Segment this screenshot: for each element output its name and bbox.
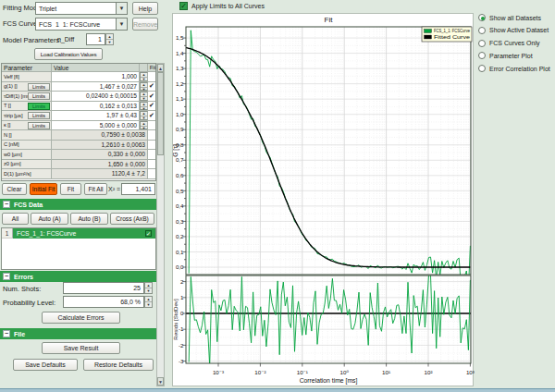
radio-label: Error Correlation Plot	[489, 66, 550, 72]
load-calibration-button[interactable]: Load Calibration Values	[34, 48, 103, 60]
param-spinner[interactable]: ▲▼	[140, 92, 148, 101]
param-spinner[interactable]: ▲▼	[140, 72, 148, 81]
scroll-up-icon[interactable]: ▲	[157, 64, 164, 72]
param-name: g(1) []Limits	[2, 82, 52, 92]
restore-defaults-button[interactable]: Restore Defaults	[83, 359, 154, 371]
remove-button[interactable]: Remove	[132, 18, 158, 31]
limits-button[interactable]: Limits	[28, 112, 50, 119]
apply-limits-checkbox[interactable]: ✓	[179, 2, 188, 10]
save-result-button[interactable]: Save Result	[42, 342, 120, 354]
parameter-table-header: Parameter Value Fit	[2, 64, 155, 72]
collapse-icon[interactable]: −	[3, 273, 10, 280]
param-spinner[interactable]: ▲▼	[140, 102, 148, 111]
scroll-down-icon[interactable]: ▼	[157, 377, 164, 386]
tick-label: 10⁻²	[254, 369, 265, 375]
left-panel-scrollbar[interactable]: ▲ ▼	[156, 63, 165, 386]
list-item-index: 1	[2, 228, 13, 239]
fcs-select-button-all[interactable]: All	[2, 213, 29, 225]
col-header-value: Value	[52, 64, 140, 71]
n-diff-field[interactable]: 1	[86, 33, 105, 45]
tick-label: 10⁻¹	[297, 369, 308, 375]
tick-label: 0,9	[176, 126, 184, 132]
collapse-icon[interactable]: −	[3, 201, 10, 208]
tick-label: 1,1	[176, 95, 184, 102]
table-row: N []0,7590 ± 0,0038	[2, 130, 155, 141]
tick-label: 10³	[466, 369, 475, 375]
radio-error-correlation-plot[interactable]: Error Correlation Plot	[478, 65, 550, 72]
radio-parameter-plot[interactable]: Parameter Plot	[478, 52, 533, 59]
calculate-errors-button[interactable]: Calculate Errors	[42, 312, 120, 324]
fitting-model-dropdown[interactable]: Triplet ▼	[35, 2, 128, 15]
fit-button[interactable]: Fit	[60, 183, 81, 195]
file-title: File	[14, 331, 25, 337]
param-value-cell[interactable]: 1,97 ± 0,43	[52, 111, 140, 120]
fit-checkbox	[148, 150, 155, 159]
limits-button[interactable]: Limits	[28, 122, 50, 129]
errors-title: Errors	[14, 274, 33, 280]
n-diff-stepper[interactable]: ▲▼	[105, 33, 114, 45]
radio-circle-icon[interactable]	[478, 52, 486, 59]
fit-checkbox	[148, 160, 155, 169]
clear-button[interactable]: Clear	[2, 183, 27, 195]
fit-checkbox[interactable]: ✔	[148, 102, 155, 111]
tick-label: 2	[180, 278, 184, 285]
save-defaults-button[interactable]: Save Defaults	[13, 359, 78, 371]
tick-label: -2	[179, 342, 184, 349]
table-row: Veff [fl]1,000▲▼	[2, 72, 155, 82]
radio-label: Show Active Dataset	[489, 27, 549, 33]
radio-circle-icon[interactable]	[478, 40, 486, 47]
limits-button[interactable]: Limits	[28, 103, 50, 110]
param-name: κ []Limits	[2, 121, 52, 130]
list-item[interactable]: 1FCS_1_1: FCSCurve✓	[2, 228, 155, 239]
radio-circle-icon[interactable]	[478, 65, 486, 72]
fit-checkbox[interactable]: ✔	[148, 111, 155, 120]
param-spinner[interactable]: ▲▼	[140, 111, 148, 120]
probability-level-field[interactable]: 68,0 %	[63, 296, 144, 308]
list-item-label[interactable]: FCS_1_1: FCSCurve✓	[13, 228, 155, 239]
tick-label: 10⁻³	[213, 369, 224, 375]
fit-checkbox[interactable]	[148, 121, 155, 130]
radio-circle-icon[interactable]	[478, 27, 486, 34]
initial-fit-button[interactable]: Initial Fit	[30, 183, 57, 195]
fit-all-button[interactable]: Fit All	[84, 183, 107, 195]
legend-label: FCS_1_1: FCSCurve	[434, 28, 470, 33]
tick-label: 0	[180, 310, 184, 316]
table-row: w0 [µm]0,330 ± 0,000	[2, 150, 155, 160]
limits-button[interactable]: Limits	[28, 92, 50, 100]
probability-level-stepper[interactable]: ▲▼	[144, 296, 153, 308]
param-spinner[interactable]: ▲▼	[140, 121, 148, 130]
chevron-down-icon[interactable]: ▼	[116, 18, 127, 30]
table-row: τtrip [µs]Limits1,97 ± 0,43▲▼✔	[2, 111, 155, 121]
radio-circle-icon[interactable]	[478, 14, 486, 21]
fcs-curve-dropdown[interactable]: FCS_1_1: FCSCurve ▼	[35, 18, 128, 31]
fit-checkbox[interactable]: ✔	[148, 92, 155, 101]
param-value-cell[interactable]: 0,02400 ± 0,00015	[52, 92, 140, 101]
help-button[interactable]: Help	[132, 2, 158, 15]
list-item-checkbox[interactable]: ✓	[145, 230, 152, 237]
radio-fcs-curves-only[interactable]: FCS Curves Only	[478, 40, 539, 47]
limits-button[interactable]: Limits	[28, 83, 50, 91]
fit-checkbox[interactable]: ✔	[148, 82, 155, 92]
tick-label: -1	[179, 325, 184, 332]
collapse-icon[interactable]: −	[3, 330, 10, 337]
legend-label: Fitted Curve	[434, 34, 470, 40]
param-value-cell[interactable]: 1,467 ± 0,027	[52, 82, 140, 92]
radio-show-active-dataset[interactable]: Show Active Dataset	[478, 27, 549, 34]
param-name: z0 [µm]	[2, 160, 52, 169]
num-shots-stepper[interactable]: ▲▼	[144, 282, 153, 294]
param-name: C [nM]	[2, 141, 52, 150]
scrollbar-thumb[interactable]	[157, 72, 164, 155]
chevron-down-icon[interactable]: ▼	[116, 3, 127, 14]
param-value-cell[interactable]: 0,162 ± 0,013	[52, 102, 140, 111]
fcs-select-button-crossaxb[interactable]: Cross (AxB)	[110, 213, 154, 225]
param-spinner[interactable]: ▲▼	[140, 82, 148, 92]
view-mode-radio-group: Show all DatasetsShow Active DatasetFCS …	[475, 13, 555, 87]
radio-show-all-datasets[interactable]: Show all Datasets	[478, 14, 541, 21]
table-row: T []Limits0,162 ± 0,013▲▼✔	[2, 102, 155, 112]
num-shots-field[interactable]: 25	[63, 282, 144, 294]
param-value-cell[interactable]: 5,000 ± 0,000	[52, 121, 140, 130]
param-value-cell[interactable]: 1,000	[52, 72, 140, 81]
fcs-select-button-autoa[interactable]: Auto (A)	[31, 213, 68, 225]
fcs-select-button-autob[interactable]: Auto (B)	[70, 213, 108, 225]
legend-swatch	[425, 30, 432, 33]
